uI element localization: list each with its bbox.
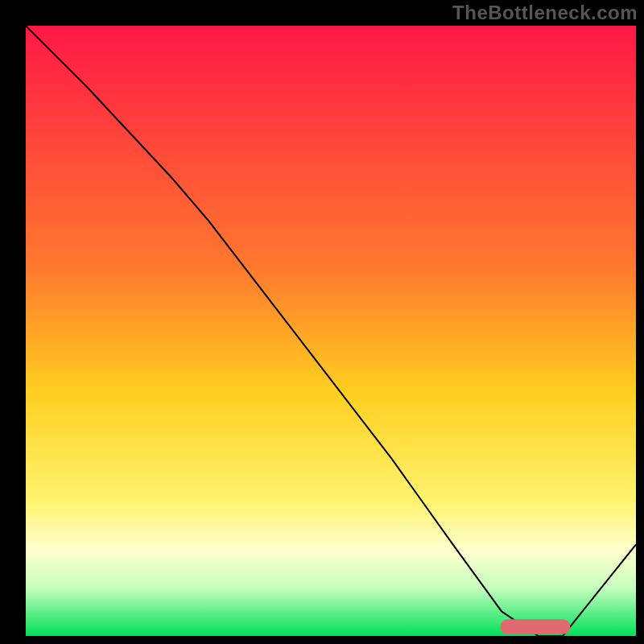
chart-svg <box>26 26 636 636</box>
plot-area <box>26 26 636 636</box>
gradient-fill <box>26 26 636 636</box>
watermark-text: TheBottleneck.com <box>452 2 638 24</box>
chart-frame: TheBottleneck.com <box>0 0 644 644</box>
